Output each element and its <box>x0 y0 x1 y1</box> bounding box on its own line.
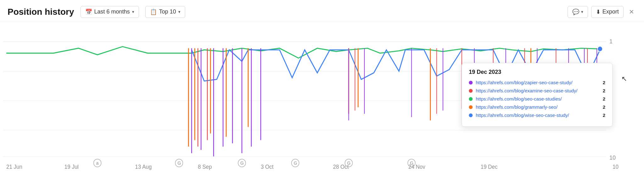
tooltip-value: 2 <box>603 96 605 101</box>
export-button[interactable]: ⬇ Export <box>591 6 624 18</box>
chevron-down-icon-2: ▾ <box>178 9 180 14</box>
tooltip-url: https://ahrefs.com/blog/zapier-seo-case-… <box>476 80 594 85</box>
date-filter-button[interactable]: 📅 Last 6 months ▾ <box>80 6 139 18</box>
svg-point-45 <box>597 46 602 52</box>
svg-text:10: 10 <box>613 164 619 170</box>
svg-text:G: G <box>294 161 297 166</box>
svg-text:G: G <box>240 161 244 166</box>
svg-text:a: a <box>96 161 99 166</box>
comment-chevron-icon: ▾ <box>581 9 583 14</box>
tooltip-dot <box>469 81 473 85</box>
svg-text:28 Oct: 28 Oct <box>333 164 349 170</box>
tooltip-value: 2 <box>603 112 605 118</box>
svg-text:13 Aug: 13 Aug <box>135 164 152 170</box>
page-title: Position history <box>8 7 74 17</box>
svg-text:G: G <box>347 161 351 166</box>
table-icon: 📋 <box>150 8 157 15</box>
tooltip-row: https://ahrefs.com/blog/seo-case-studies… <box>469 96 605 101</box>
svg-text:8 Sep: 8 Sep <box>198 164 212 170</box>
tooltip-url: https://ahrefs.com/blog/examine-seo-case… <box>476 88 594 93</box>
chart-tooltip: 19 Dec 2023 https://ahrefs.com/blog/zapi… <box>462 63 613 127</box>
tooltip-dot <box>469 97 473 101</box>
chevron-down-icon: ▾ <box>132 9 134 14</box>
svg-text:G: G <box>177 161 181 166</box>
tooltip-row: https://ahrefs.com/blog/wise-seo-case-st… <box>469 112 605 118</box>
download-icon: ⬇ <box>596 8 601 15</box>
svg-text:21 Jun: 21 Jun <box>6 164 22 170</box>
svg-text:3 Oct: 3 Oct <box>261 164 274 170</box>
svg-text:1: 1 <box>609 38 613 44</box>
rank-filter-label: Top 10 <box>159 8 176 15</box>
tooltip-row: https://ahrefs.com/blog/zapier-seo-case-… <box>469 80 605 85</box>
tooltip-value: 2 <box>603 88 605 93</box>
tooltip-row: https://ahrefs.com/blog/examine-seo-case… <box>469 88 605 93</box>
rank-filter-button[interactable]: 📋 Top 10 ▾ <box>145 6 185 18</box>
calendar-icon: 📅 <box>85 8 92 15</box>
svg-text:10: 10 <box>609 154 616 161</box>
tooltip-value: 2 <box>603 80 605 85</box>
svg-text:G: G <box>410 161 414 166</box>
tooltip-dot <box>469 105 473 109</box>
close-button[interactable]: × <box>627 6 636 18</box>
comment-icon: 💬 <box>572 8 579 15</box>
tooltip-url: https://ahrefs.com/blog/seo-case-studies… <box>476 96 594 101</box>
tooltip-dot <box>469 113 473 117</box>
tooltip-url: https://ahrefs.com/blog/grammarly-seo/ <box>476 104 594 110</box>
tooltip-dot <box>469 89 473 93</box>
tooltip-rows: https://ahrefs.com/blog/zapier-seo-case-… <box>469 80 605 118</box>
header-actions: 💬 ▾ ⬇ Export × <box>568 6 636 18</box>
chart-area: 1 4 7 10 <box>0 22 644 173</box>
header: Position history 📅 Last 6 months ▾ 📋 Top… <box>0 0 644 22</box>
svg-text:19 Jul: 19 Jul <box>64 164 79 170</box>
svg-text:19 Dec: 19 Dec <box>480 164 497 170</box>
tooltip-date: 19 Dec 2023 <box>469 69 605 75</box>
tooltip-url: https://ahrefs.com/blog/wise-seo-case-st… <box>476 112 594 118</box>
tooltip-row: https://ahrefs.com/blog/grammarly-seo/ 2 <box>469 104 605 110</box>
close-icon: × <box>629 7 634 16</box>
date-filter-label: Last 6 months <box>94 8 130 15</box>
export-label: Export <box>602 8 619 15</box>
tooltip-value: 2 <box>603 104 605 110</box>
comment-button[interactable]: 💬 ▾ <box>568 6 588 18</box>
